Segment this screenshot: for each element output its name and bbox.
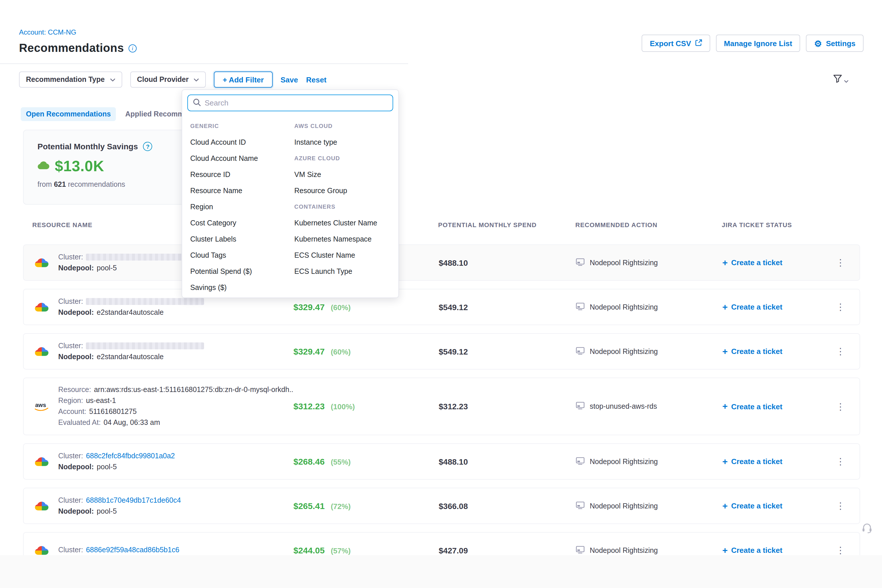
- recommendation-type-dropdown[interactable]: Recommendation Type: [19, 72, 122, 88]
- spend-cell: $366.08: [439, 501, 576, 510]
- filter-option[interactable]: Cloud Tags: [190, 247, 294, 264]
- resource-cell: aws Resource:arn:aws:rds:us-east-1:51161…: [33, 386, 293, 427]
- resource-line-label: Cluster:: [58, 342, 83, 350]
- info-icon[interactable]: i: [129, 44, 136, 52]
- create-ticket-button[interactable]: + Create a ticket: [722, 302, 831, 312]
- export-csv-button[interactable]: Export CSV: [642, 34, 710, 52]
- filter-option[interactable]: Savings ($): [190, 280, 294, 296]
- resource-lines: Cluster:Nodepool:e2standar4autoscale: [58, 342, 204, 361]
- filter-option[interactable]: Resource ID: [190, 166, 294, 183]
- filter-search-box[interactable]: [188, 94, 393, 111]
- row-menu-button[interactable]: ⋮: [831, 302, 850, 312]
- recommended-action-cell: Nodepool Rightsizing: [576, 347, 722, 356]
- support-button[interactable]: [859, 522, 875, 537]
- export-csv-label: Export CSV: [650, 39, 691, 48]
- savings-amount: $244.05: [293, 545, 324, 555]
- spend-amount: $549.12: [439, 347, 468, 356]
- filter-option[interactable]: Region: [190, 199, 294, 215]
- manage-ignore-list-button[interactable]: Manage Ignore List: [716, 34, 800, 52]
- action-label: stop-unused-aws-rds: [590, 402, 657, 411]
- create-ticket-button[interactable]: + Create a ticket: [722, 457, 831, 466]
- filter-option[interactable]: Kubernetes Cluster Name: [294, 215, 398, 231]
- save-filter-button[interactable]: Save: [280, 75, 298, 84]
- filter-option[interactable]: Cost Category: [190, 215, 294, 231]
- search-icon: [193, 98, 201, 108]
- rightsizing-icon: [576, 546, 585, 555]
- filter-option[interactable]: Instance type: [294, 134, 398, 150]
- table-row[interactable]: Cluster:6888b1c70e49db17c1de60c4Nodepool…: [23, 488, 860, 524]
- reset-filter-button[interactable]: Reset: [306, 75, 327, 84]
- resource-line-label: Cluster:: [58, 496, 83, 505]
- row-menu-button[interactable]: ⋮: [831, 257, 850, 268]
- spend-amount: $488.10: [439, 457, 468, 466]
- create-ticket-button[interactable]: + Create a ticket: [722, 347, 831, 356]
- tab-open-recommendations[interactable]: Open Recommendations: [21, 107, 116, 121]
- table-row[interactable]: Cluster:Nodepool:pool-5 $488.10 Nodepool…: [23, 244, 860, 281]
- create-ticket-button[interactable]: + Create a ticket: [722, 402, 831, 411]
- rightsizing-icon: [576, 457, 585, 466]
- resource-line: Cluster:: [58, 342, 204, 350]
- filter-option[interactable]: Kubernetes Namespace: [294, 231, 398, 247]
- savings-percent: (57%): [331, 546, 351, 555]
- gcp-cloud-icon: [33, 257, 50, 268]
- resource-lines: Cluster:Nodepool:e2standar4autoscale: [58, 297, 204, 317]
- row-menu-button[interactable]: ⋮: [831, 545, 850, 555]
- row-menu-button[interactable]: ⋮: [831, 346, 850, 357]
- row-menu-button[interactable]: ⋮: [831, 500, 850, 512]
- redacted-value: [86, 342, 204, 350]
- account-breadcrumb[interactable]: Account: CCM-NG: [19, 28, 76, 36]
- filter-option[interactable]: Cloud Account ID: [190, 134, 294, 150]
- create-ticket-button[interactable]: + Create a ticket: [722, 258, 831, 267]
- resource-line-label: Nodepool:: [58, 352, 94, 361]
- resource-line-label: Evaluated At:: [58, 418, 100, 427]
- resource-line: Cluster:6888b1c70e49db17c1de60c4: [58, 496, 181, 505]
- filter-option[interactable]: Resource Name: [190, 183, 294, 199]
- filter-search-input[interactable]: [205, 99, 387, 107]
- spend-amount: $488.10: [439, 258, 468, 267]
- cluster-link[interactable]: 688c2fefc84fbdc99801a0a2: [86, 452, 175, 460]
- headset-icon: [861, 523, 873, 536]
- action-label: Nodepool Rightsizing: [590, 546, 658, 554]
- savings-amount: $312.23: [293, 401, 324, 411]
- cluster-link[interactable]: 6888b1c70e49db17c1de60c4: [86, 496, 181, 505]
- cloud-provider-dropdown[interactable]: Cloud Provider: [130, 72, 206, 88]
- resource-line-value: pool-5: [97, 264, 117, 272]
- create-ticket-label: Create a ticket: [731, 402, 783, 411]
- table-row[interactable]: aws Resource:arn:aws:rds:us-east-1:51161…: [23, 378, 860, 435]
- savings-cell: $244.05 (57%): [293, 545, 439, 555]
- filter-option[interactable]: ECS Launch Type: [294, 264, 398, 280]
- recommended-action-cell: Nodepool Rightsizing: [576, 546, 722, 555]
- settings-button[interactable]: ⚙ Settings: [806, 34, 864, 52]
- table-row[interactable]: Cluster:688c2fefc84fbdc99801a0a2Nodepool…: [23, 443, 860, 480]
- table-row[interactable]: Cluster:6886e92f59a48cad86b5b1c6 $244.05…: [23, 532, 860, 555]
- filter-option[interactable]: ECS Cluster Name: [294, 247, 398, 264]
- table-row[interactable]: Cluster:Nodepool:e2standar4autoscale $32…: [23, 289, 860, 325]
- resource-line-label: Cluster:: [58, 297, 83, 306]
- add-filter-button[interactable]: + Add Filter: [214, 72, 272, 88]
- filter-option[interactable]: Potential Spend ($): [190, 264, 294, 280]
- filter-funnel-button[interactable]: [833, 74, 849, 86]
- savings-cell: $268.46 (55%): [293, 456, 439, 466]
- resource-line-label: Nodepool:: [58, 507, 94, 516]
- create-ticket-button[interactable]: + Create a ticket: [722, 546, 831, 555]
- spend-cell: $312.23: [439, 402, 576, 411]
- filter-option[interactable]: Resource Group: [294, 183, 398, 199]
- table-row[interactable]: Cluster:Nodepool:e2standar4autoscale $32…: [23, 333, 860, 369]
- plus-icon: +: [722, 457, 728, 466]
- spend-cell: $427.09: [439, 546, 576, 555]
- spend-amount: $366.08: [439, 501, 468, 510]
- row-menu-button[interactable]: ⋮: [831, 456, 850, 467]
- aws-icon: aws: [33, 400, 50, 412]
- resource-cell: Cluster:6886e92f59a48cad86b5b1c6: [33, 544, 293, 555]
- filter-option[interactable]: Cloud Account Name: [190, 150, 294, 166]
- resource-line-value: arn:aws:rds:us-east-1:511616801275:db:zn…: [94, 386, 293, 394]
- redacted-value: [86, 298, 204, 305]
- redacted-value: [86, 254, 184, 261]
- help-icon[interactable]: ?: [143, 142, 153, 151]
- cluster-link[interactable]: 6886e92f59a48cad86b5b1c6: [86, 546, 179, 555]
- row-menu-button[interactable]: ⋮: [831, 401, 850, 412]
- filter-option[interactable]: VM Size: [294, 166, 398, 183]
- create-ticket-label: Create a ticket: [731, 303, 783, 311]
- create-ticket-button[interactable]: + Create a ticket: [722, 501, 831, 510]
- filter-option[interactable]: Cluster Labels: [190, 231, 294, 247]
